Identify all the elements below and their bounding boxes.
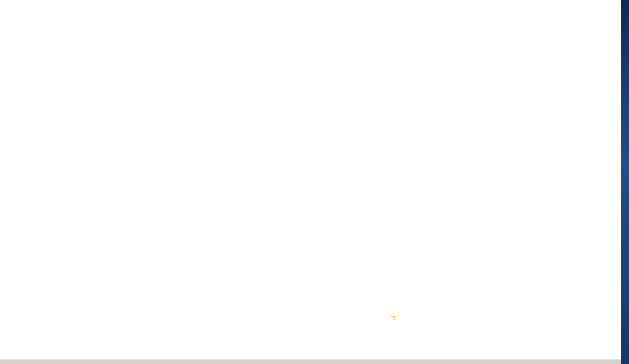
weather-app-window: [0, 0, 629, 364]
sunset-annotation: [391, 315, 395, 321]
weather-chart: [0, 0, 629, 364]
sensor-summary-table: [0, 321, 621, 359]
sunset-square-icon: [391, 316, 395, 320]
desktop-background-strip: [621, 0, 629, 364]
morning-time-annotation: [14, 311, 42, 318]
status-bar: [0, 359, 621, 364]
